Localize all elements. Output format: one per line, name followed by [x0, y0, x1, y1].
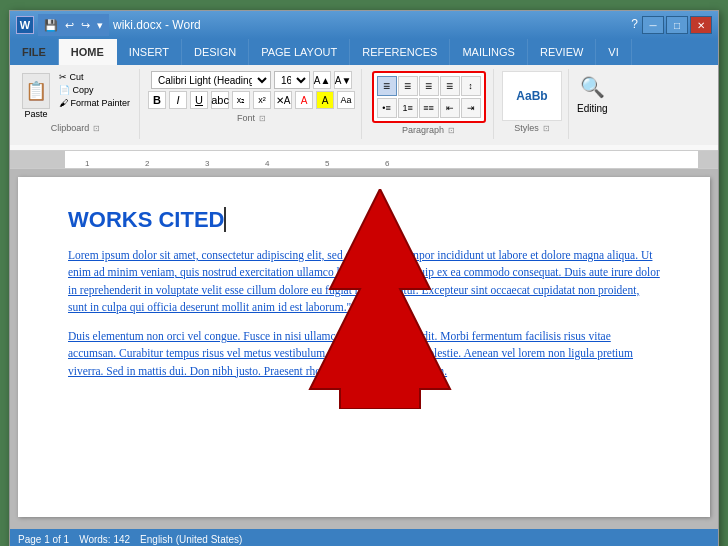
- clipboard-buttons: 📋 Paste ✂ Cut 📄 Copy 🖌 Format Painter: [18, 71, 133, 121]
- ruler-mark-5: 5: [325, 159, 329, 168]
- tab-view[interactable]: VI: [596, 39, 631, 65]
- clipboard-expand-icon[interactable]: ⊡: [93, 124, 100, 133]
- superscript-button[interactable]: x²: [253, 91, 271, 109]
- window-controls: ? ─ □ ✕: [629, 16, 712, 34]
- document-wrapper: WORKS CITED Lorem ipsum dolor sit amet, …: [10, 169, 718, 529]
- maximize-btn[interactable]: □: [666, 16, 688, 34]
- tab-page-layout[interactable]: PAGE LAYOUT: [249, 39, 350, 65]
- clear-format-button[interactable]: ✕A: [274, 91, 292, 109]
- works-cited-title: WORKS CITED: [68, 207, 226, 232]
- tab-file[interactable]: FILE: [10, 39, 59, 65]
- editing-icon: 🔍: [580, 75, 605, 99]
- tab-references[interactable]: REFERENCES: [350, 39, 450, 65]
- align-justify-button[interactable]: ≡: [440, 76, 460, 96]
- clipboard-sub-buttons: ✂ Cut 📄 Copy 🖌 Format Painter: [56, 71, 133, 121]
- redo-quick-btn[interactable]: ↪: [79, 18, 92, 33]
- ruler-mark-2: 2: [145, 159, 149, 168]
- document-area: WORKS CITED Lorem ipsum dolor sit amet, …: [10, 169, 718, 529]
- editing-label: Editing: [577, 103, 608, 114]
- case-btn[interactable]: Aa: [337, 91, 355, 109]
- ruler-mark-1: 1: [85, 159, 89, 168]
- ruler-mark-4: 4: [265, 159, 269, 168]
- decrease-indent-button[interactable]: ⇤: [440, 98, 460, 118]
- subscript-button[interactable]: x₂: [232, 91, 250, 109]
- font-label: Font: [237, 111, 255, 123]
- ruler-content: 1 2 3 4 5 6: [65, 151, 698, 168]
- format-painter-button[interactable]: 🖌 Format Painter: [56, 97, 133, 109]
- font-color-btn[interactable]: A: [295, 91, 313, 109]
- paragraph-highlight-box: ≡ ≡ ≡ ≡ ↕ •≡ 1≡ ≡≡ ⇤ ⇥: [372, 71, 486, 123]
- ruler: 1 2 3 4 5 6: [10, 151, 718, 169]
- align-left-button[interactable]: ≡: [377, 76, 397, 96]
- alignment-buttons: ≡ ≡ ≡ ≡ ↕: [377, 76, 481, 96]
- font-name-select[interactable]: Calibri Light (Headings): [151, 71, 271, 89]
- clipboard-label: Clipboard: [51, 121, 90, 133]
- styles-group: AaBb Styles ⊡: [496, 69, 569, 139]
- styles-label: Styles: [514, 121, 539, 133]
- paragraph-2: Duis elementum non orci vel congue. Fusc…: [68, 328, 660, 380]
- copy-button[interactable]: 📄 Copy: [56, 84, 133, 96]
- tab-insert[interactable]: INSERT: [117, 39, 182, 65]
- title-bar: W 💾 ↩ ↪ ▾ wiki.docx - Word ? ─ □ ✕: [10, 11, 718, 39]
- word-window: W 💾 ↩ ↪ ▾ wiki.docx - Word ? ─ □ ✕ FILE …: [9, 10, 719, 546]
- tab-review[interactable]: REVIEW: [528, 39, 596, 65]
- font-expand-icon[interactable]: ⊡: [259, 114, 266, 123]
- multilevel-list-button[interactable]: ≡≡: [419, 98, 439, 118]
- align-center-button[interactable]: ≡: [398, 76, 418, 96]
- strikethrough-button[interactable]: abc: [211, 91, 229, 109]
- qat-dropdown-btn[interactable]: ▾: [95, 18, 105, 33]
- window-title: wiki.docx - Word: [113, 18, 201, 32]
- paragraph-1: Lorem ipsum dolor sit amet, consectetur …: [68, 247, 660, 316]
- works-cited-heading: WORKS CITED: [68, 207, 660, 233]
- tab-design[interactable]: DESIGN: [182, 39, 249, 65]
- italic-button[interactable]: I: [169, 91, 187, 109]
- document-page[interactable]: WORKS CITED Lorem ipsum dolor sit amet, …: [18, 177, 710, 517]
- ruler-left-margin: [10, 151, 65, 168]
- paragraph-group: ≡ ≡ ≡ ≡ ↕ •≡ 1≡ ≡≡ ⇤ ⇥ Paragraph ⊡: [364, 69, 494, 139]
- bold-button[interactable]: B: [148, 91, 166, 109]
- undo-quick-btn[interactable]: ↩: [63, 18, 76, 33]
- quick-access-toolbar: 💾 ↩ ↪ ▾: [38, 14, 109, 36]
- editing-inner: 🔍 Editing: [577, 71, 608, 114]
- clipboard-group: 📋 Paste ✂ Cut 📄 Copy 🖌 Format Painter Cl…: [14, 69, 140, 139]
- styles-gallery[interactable]: AaBb: [502, 71, 562, 121]
- align-right-button[interactable]: ≡: [419, 76, 439, 96]
- font-group: Calibri Light (Headings) 16 A▲ A▼ B I U …: [142, 69, 362, 139]
- page-status: Page 1 of 1: [18, 534, 69, 545]
- numbering-button[interactable]: 1≡: [398, 98, 418, 118]
- minimize-btn[interactable]: ─: [642, 16, 664, 34]
- language-status: English (United States): [140, 534, 242, 545]
- paragraph-label: Paragraph: [402, 123, 444, 135]
- list-indent-row: •≡ 1≡ ≡≡ ⇤ ⇥: [377, 98, 481, 118]
- decrease-font-btn[interactable]: A▼: [334, 71, 352, 89]
- increase-indent-button[interactable]: ⇥: [461, 98, 481, 118]
- editing-group: 🔍 Editing: [571, 69, 614, 139]
- word-app-icon: W: [16, 16, 34, 34]
- paste-icon: 📋: [22, 73, 50, 109]
- styles-expand-icon[interactable]: ⊡: [543, 124, 550, 133]
- tab-mailings[interactable]: MAILINGS: [450, 39, 528, 65]
- styles-preview: AaBb: [516, 89, 547, 103]
- cut-button[interactable]: ✂ Cut: [56, 71, 133, 83]
- highlight-btn[interactable]: A: [316, 91, 334, 109]
- line-spacing-button[interactable]: ↕: [461, 76, 481, 96]
- ribbon-content: 📋 Paste ✂ Cut 📄 Copy 🖌 Format Painter Cl…: [10, 65, 718, 145]
- save-quick-btn[interactable]: 💾: [42, 18, 60, 33]
- bullets-button[interactable]: •≡: [377, 98, 397, 118]
- ruler-mark-3: 3: [205, 159, 209, 168]
- tab-home[interactable]: HOME: [59, 39, 117, 65]
- ruler-mark-6: 6: [385, 159, 389, 168]
- paragraph-expand-icon[interactable]: ⊡: [448, 126, 455, 135]
- title-bar-left: W 💾 ↩ ↪ ▾ wiki.docx - Word: [16, 14, 201, 36]
- paste-button[interactable]: 📋 Paste: [18, 71, 54, 121]
- word-count-status: Words: 142: [79, 534, 130, 545]
- underline-button[interactable]: U: [190, 91, 208, 109]
- font-row2: B I U abc x₂ x² ✕A A A Aa: [148, 91, 355, 109]
- help-btn[interactable]: ?: [629, 16, 640, 34]
- ribbon-tabs: FILE HOME INSERT DESIGN PAGE LAYOUT REFE…: [10, 39, 718, 65]
- ruler-right-margin: [698, 151, 718, 168]
- close-btn[interactable]: ✕: [690, 16, 712, 34]
- font-row1: Calibri Light (Headings) 16 A▲ A▼: [151, 71, 352, 89]
- increase-font-btn[interactable]: A▲: [313, 71, 331, 89]
- font-size-select[interactable]: 16: [274, 71, 310, 89]
